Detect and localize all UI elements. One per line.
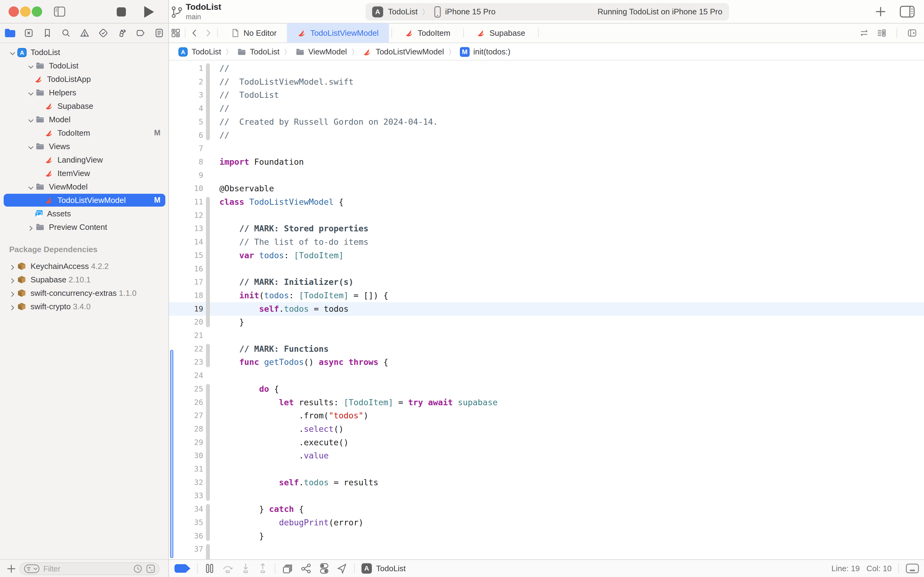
code-line-35[interactable]: 35 debugPrint(error) bbox=[169, 516, 924, 529]
breadcrumb-item[interactable]: ViewModel bbox=[295, 47, 347, 56]
breadcrumb-item[interactable]: TodoList bbox=[237, 47, 280, 56]
line-number[interactable]: 26 bbox=[169, 396, 203, 409]
tab-no-editor[interactable]: No Editor bbox=[220, 23, 287, 43]
disclosure-down-icon[interactable] bbox=[26, 143, 33, 150]
line-number[interactable]: 1 bbox=[169, 62, 203, 75]
line-number[interactable]: 31 bbox=[169, 463, 203, 476]
code-line-32[interactable]: 32 self.todos = results bbox=[169, 476, 924, 489]
code-line-8[interactable]: 8import Foundation bbox=[169, 155, 924, 169]
line-number[interactable]: 28 bbox=[169, 422, 203, 436]
sidebar-item-supabase[interactable]: Supabase bbox=[0, 99, 168, 113]
keyboard-icon[interactable] bbox=[906, 563, 919, 574]
scheme-selector[interactable]: A TodoList 〉 iPhone 15 Pro Running TodoL… bbox=[365, 3, 729, 21]
code-line-10[interactable]: 10@Observable bbox=[169, 182, 924, 195]
code-line-14[interactable]: 14 // The list of to-do items bbox=[169, 235, 924, 249]
code-line-23[interactable]: 23 func getTodos() async throws { bbox=[169, 355, 924, 369]
step-out-icon[interactable] bbox=[258, 563, 268, 574]
run-destination[interactable]: iPhone 15 Pro bbox=[445, 7, 496, 16]
code-line-29[interactable]: 29 .execute() bbox=[169, 436, 924, 449]
sidebar-item-views[interactable]: Views bbox=[0, 140, 168, 153]
scheme-name[interactable]: TodoList bbox=[388, 7, 418, 16]
line-number[interactable]: 2 bbox=[169, 75, 203, 89]
disclosure-down-icon[interactable] bbox=[26, 116, 33, 123]
code-line-2[interactable]: 2// TodoListViewModel.swift bbox=[169, 75, 924, 89]
sidebar-item-todolistapp[interactable]: TodoListApp bbox=[0, 73, 168, 86]
code-line-28[interactable]: 28 .select() bbox=[169, 422, 924, 436]
sidebar-item-viewmodel[interactable]: ViewModel bbox=[0, 180, 168, 193]
line-number[interactable]: 13 bbox=[169, 222, 203, 235]
code-line-5[interactable]: 5// Created by Russell Gordon on 2024-04… bbox=[169, 115, 924, 129]
disclosure-right-icon[interactable] bbox=[8, 290, 14, 297]
code-line-16[interactable]: 16 bbox=[169, 262, 924, 276]
minimize-window-button[interactable] bbox=[20, 6, 31, 17]
line-number[interactable]: 33 bbox=[169, 489, 203, 503]
disclosure-down-icon[interactable] bbox=[26, 62, 33, 69]
sidebar-item-model[interactable]: Model bbox=[0, 113, 168, 126]
line-number[interactable]: 22 bbox=[169, 342, 203, 356]
disclosure-right-icon[interactable] bbox=[8, 303, 14, 310]
disclosure-down-icon[interactable] bbox=[26, 89, 33, 96]
code-line-4[interactable]: 4// bbox=[169, 102, 924, 115]
code-line-1[interactable]: 1// bbox=[169, 62, 924, 75]
line-number[interactable]: 38 bbox=[169, 556, 203, 559]
line-number[interactable]: 10 bbox=[169, 182, 203, 195]
tab-todoitem[interactable]: TodoItem bbox=[394, 23, 461, 43]
environment-overrides-icon[interactable] bbox=[319, 562, 330, 574]
code-line-18[interactable]: 18 init(todos: [TodoItem] = []) { bbox=[169, 289, 924, 302]
sidebar-item-todolist[interactable]: TodoList bbox=[0, 59, 168, 73]
stop-button[interactable] bbox=[117, 7, 126, 16]
sidebar-item-todolist[interactable]: ATodoList bbox=[0, 45, 168, 59]
code-line-26[interactable]: 26 let results: [TodoItem] = try await s… bbox=[169, 396, 924, 409]
swap-arrows-icon[interactable] bbox=[860, 28, 869, 38]
view-hierarchy-icon[interactable] bbox=[282, 562, 294, 574]
line-number[interactable]: 18 bbox=[169, 289, 203, 302]
plus-icon[interactable] bbox=[874, 5, 887, 18]
debug-navigator-icon[interactable] bbox=[116, 27, 128, 39]
code-line-38[interactable]: 38 } bbox=[169, 556, 924, 559]
zoom-window-button[interactable] bbox=[32, 6, 42, 17]
line-number[interactable]: 9 bbox=[169, 169, 203, 182]
disclosure-right-icon[interactable] bbox=[26, 224, 33, 230]
code-line-27[interactable]: 27 .from("todos") bbox=[169, 409, 924, 422]
line-number[interactable]: 34 bbox=[169, 503, 203, 516]
add-file-icon[interactable] bbox=[6, 564, 16, 574]
disclosure-right-icon[interactable] bbox=[8, 276, 14, 283]
code-line-20[interactable]: 20 } bbox=[169, 315, 924, 329]
line-number[interactable]: 19 bbox=[169, 302, 203, 316]
pause-execution-icon[interactable] bbox=[204, 563, 215, 574]
line-number[interactable]: 35 bbox=[169, 516, 203, 529]
line-number[interactable]: 24 bbox=[169, 369, 203, 382]
line-number[interactable]: 25 bbox=[169, 382, 203, 396]
source-control-navigator-icon[interactable] bbox=[23, 27, 35, 39]
code-line-13[interactable]: 13 // MARK: Stored properties bbox=[169, 222, 924, 235]
code-line-17[interactable]: 17 // MARK: Initializer(s) bbox=[169, 276, 924, 289]
add-editor-split-icon[interactable] bbox=[908, 28, 917, 38]
code-line-22[interactable]: 22 // MARK: Functions bbox=[169, 342, 924, 356]
breakpoint-navigator-icon[interactable] bbox=[135, 27, 146, 39]
code-line-9[interactable]: 9 bbox=[169, 169, 924, 182]
running-app-label[interactable]: TodoList bbox=[376, 564, 406, 573]
sidebar-item-helpers[interactable]: Helpers bbox=[0, 86, 168, 99]
breadcrumb-item[interactable]: TodoListViewModel bbox=[363, 47, 444, 56]
tab-supabase[interactable]: Supabase bbox=[466, 23, 536, 43]
line-number[interactable]: 16 bbox=[169, 262, 203, 276]
line-number[interactable]: 23 bbox=[169, 355, 203, 369]
grid-editors-icon[interactable] bbox=[169, 26, 182, 40]
test-navigator-icon[interactable] bbox=[97, 27, 109, 39]
disclosure-right-icon[interactable] bbox=[8, 263, 14, 269]
line-number[interactable]: 29 bbox=[169, 436, 203, 449]
line-number[interactable]: 3 bbox=[169, 88, 203, 102]
run-button[interactable] bbox=[144, 6, 154, 18]
recent-filter-icon[interactable] bbox=[133, 564, 142, 573]
code-line-36[interactable]: 36 } bbox=[169, 529, 924, 543]
line-number[interactable]: 4 bbox=[169, 102, 203, 115]
add-remove-filter-icon[interactable] bbox=[146, 564, 155, 573]
breadcrumb-item[interactable]: ATodoList bbox=[178, 47, 221, 57]
line-number[interactable]: 32 bbox=[169, 476, 203, 489]
step-over-icon[interactable] bbox=[222, 563, 234, 574]
line-number[interactable]: 8 bbox=[169, 155, 203, 169]
source-editor[interactable]: 1//2// TodoListViewModel.swift3// TodoLi… bbox=[169, 61, 924, 559]
sidebar-item-todoitem[interactable]: TodoItemM bbox=[0, 126, 168, 140]
code-line-15[interactable]: 15 var todos: [TodoItem] bbox=[169, 249, 924, 262]
code-line-31[interactable]: 31 bbox=[169, 463, 924, 476]
